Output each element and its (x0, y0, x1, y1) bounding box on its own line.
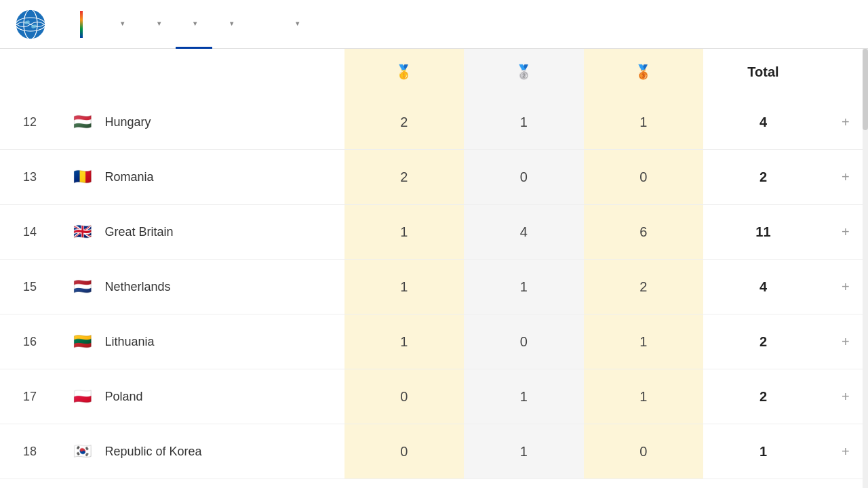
col-header-rank (0, 49, 60, 95)
rank-cell: 17 (0, 369, 60, 424)
nav-item-more[interactable]: ▾ (278, 0, 315, 49)
bronze-count: 6 (584, 205, 704, 260)
expand-button[interactable]: + (823, 260, 868, 314)
country-cell: Poland (104, 369, 344, 424)
medal-table-container: 🥇 🥈 🥉 Total 12 🇭🇺 Hungary 2 1 1 4 + 13 🇷… (0, 49, 868, 479)
nav-item-disciplines[interactable]: ▾ (103, 0, 140, 49)
bronze-count: 1 (584, 369, 704, 424)
country-cell: Hungary (104, 95, 344, 150)
logo[interactable] (14, 7, 53, 41)
flag-icon: 🇳🇱 (70, 274, 94, 299)
silver-count: 0 (464, 314, 584, 369)
bronze-count: 1 (584, 95, 704, 150)
medal-table: 🥇 🥈 🥉 Total 12 🇭🇺 Hungary 2 1 1 4 + 13 🇷… (0, 49, 868, 479)
col-header-country (104, 49, 344, 95)
silver-count: 1 (464, 260, 584, 314)
gold-count: 1 (344, 205, 465, 260)
gold-count: 0 (344, 369, 465, 424)
chevron-down-icon: ▾ (157, 20, 161, 27)
flag-cell: 🇬🇧 (60, 205, 104, 260)
flag-icon: 🇷🇴 (70, 165, 94, 189)
rank-cell: 15 (0, 260, 60, 314)
nav-divider (80, 11, 83, 38)
flag-icon: 🇬🇧 (70, 220, 94, 244)
total-count: 11 (703, 205, 823, 260)
total-count: 2 (703, 150, 823, 205)
total-count: 2 (703, 314, 823, 369)
flag-icon: 🇰🇷 (70, 439, 94, 464)
nav-item-results[interactable]: ▾ (212, 0, 249, 49)
col-header-total: Total (703, 49, 823, 95)
main-nav: ▾ ▾ ▾ ▾ ▾ (103, 0, 854, 49)
flag-cell: 🇳🇱 (60, 260, 104, 314)
chevron-down-icon: ▾ (193, 20, 197, 27)
chevron-down-icon: ▾ (296, 20, 300, 27)
gold-count: 2 (344, 150, 465, 205)
silver-count: 1 (464, 369, 584, 424)
table-row: 12 🇭🇺 Hungary 2 1 1 4 + (0, 95, 868, 150)
gold-count: 1 (344, 260, 465, 314)
country-cell: Republic of Korea (104, 424, 344, 479)
table-header-row: 🥇 🥈 🥉 Total (0, 49, 868, 95)
gold-count: 2 (344, 95, 465, 150)
col-header-flag (60, 49, 104, 95)
col-header-silver: 🥈 (464, 49, 584, 95)
flag-cell: 🇷🇴 (60, 150, 104, 205)
bronze-count: 2 (584, 260, 704, 314)
chevron-down-icon: ▾ (121, 20, 125, 27)
expand-button[interactable]: + (823, 95, 868, 150)
flag-cell: 🇰🇷 (60, 424, 104, 479)
rank-cell: 16 (0, 314, 60, 369)
table-row: 15 🇳🇱 Netherlands 1 1 2 4 + (0, 260, 868, 314)
rank-cell: 12 (0, 95, 60, 150)
silver-count: 1 (464, 95, 584, 150)
expand-button[interactable]: + (823, 369, 868, 424)
scrollbar-thumb[interactable] (863, 49, 868, 130)
table-row: 14 🇬🇧 Great Britain 1 4 6 11 + (0, 205, 868, 260)
expand-button[interactable]: + (823, 424, 868, 479)
nav-item-athletes[interactable] (248, 0, 278, 49)
flag-icon: 🇵🇱 (70, 384, 94, 409)
country-cell: Great Britain (104, 205, 344, 260)
bronze-count: 0 (584, 150, 704, 205)
nav-item-calendar[interactable]: ▾ (176, 0, 212, 49)
flag-cell: 🇵🇱 (60, 369, 104, 424)
table-row: 17 🇵🇱 Poland 0 1 1 2 + (0, 369, 868, 424)
expand-button[interactable]: + (823, 314, 868, 369)
silver-count: 0 (464, 150, 584, 205)
country-cell: Lithuania (104, 314, 344, 369)
total-count: 4 (703, 260, 823, 314)
table-row: 16 🇱🇹 Lithuania 1 0 1 2 + (0, 314, 868, 369)
rank-cell: 14 (0, 205, 60, 260)
country-cell: Romania (104, 150, 344, 205)
flag-icon: 🇱🇹 (70, 329, 94, 354)
table-row: 13 🇷🇴 Romania 2 0 0 2 + (0, 150, 868, 205)
expand-button[interactable]: + (823, 205, 868, 260)
total-count: 2 (703, 369, 823, 424)
silver-count: 4 (464, 205, 584, 260)
table-row: 18 🇰🇷 Republic of Korea 0 1 0 1 + (0, 424, 868, 479)
gold-count: 0 (344, 424, 465, 479)
country-cell: Netherlands (104, 260, 344, 314)
bronze-count: 0 (584, 424, 704, 479)
col-header-gold: 🥇 (344, 49, 465, 95)
rank-cell: 18 (0, 424, 60, 479)
fina-globe-icon (14, 7, 47, 41)
flag-cell: 🇭🇺 (60, 95, 104, 150)
rank-cell: 13 (0, 150, 60, 205)
total-count: 4 (703, 95, 823, 150)
gold-count: 1 (344, 314, 465, 369)
col-header-expand (823, 49, 868, 95)
silver-count: 1 (464, 424, 584, 479)
flag-cell: 🇱🇹 (60, 314, 104, 369)
expand-button[interactable]: + (823, 150, 868, 205)
header: ▾ ▾ ▾ ▾ ▾ (0, 0, 868, 49)
nav-item-latest[interactable]: ▾ (140, 0, 176, 49)
flag-icon: 🇭🇺 (70, 110, 94, 134)
col-header-bronze: 🥉 (584, 49, 704, 95)
chevron-down-icon: ▾ (230, 20, 234, 27)
bronze-count: 1 (584, 314, 704, 369)
total-count: 1 (703, 424, 823, 479)
